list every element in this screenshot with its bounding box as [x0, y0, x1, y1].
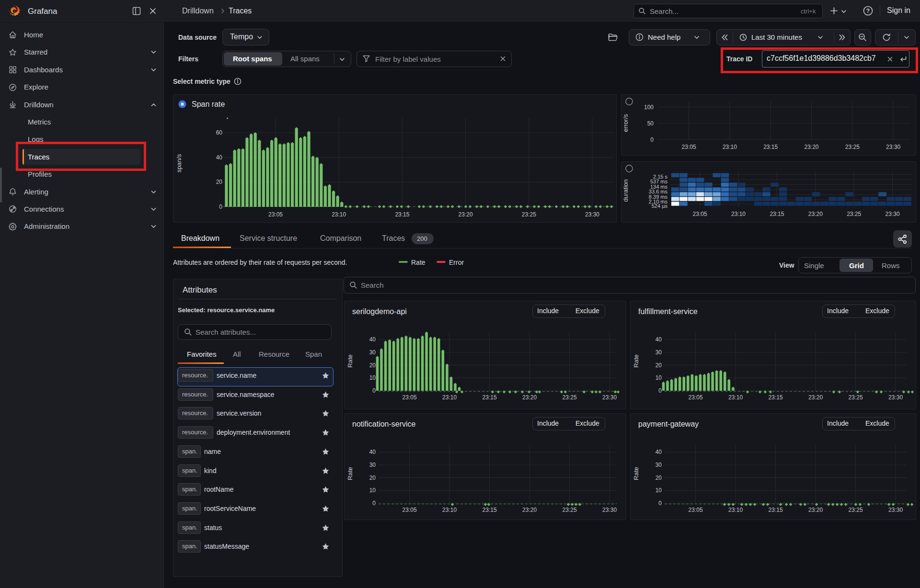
svg-text:?: ? [866, 8, 870, 14]
svg-text:23:05: 23:05 [402, 507, 417, 513]
svg-text:23:20: 23:20 [808, 507, 823, 513]
svg-text:23:30: 23:30 [602, 394, 617, 401]
svg-text:23:10: 23:10 [723, 144, 737, 150]
svg-text:40: 40 [369, 336, 376, 343]
svg-text:23:05: 23:05 [693, 211, 707, 217]
svg-text:23:10: 23:10 [728, 394, 743, 401]
svg-text:23:05: 23:05 [268, 211, 283, 218]
svg-text:23:30: 23:30 [886, 144, 900, 150]
svg-text:Rate: Rate [632, 467, 640, 480]
svg-text:0: 0 [372, 387, 376, 394]
svg-text:23:20: 23:20 [808, 394, 823, 401]
svg-text:10: 10 [656, 374, 662, 381]
svg-text:23:15: 23:15 [769, 394, 783, 401]
svg-text:23:15: 23:15 [483, 507, 497, 513]
svg-text:100: 100 [644, 104, 654, 111]
svg-text:30: 30 [369, 462, 376, 468]
svg-text:20: 20 [369, 362, 376, 369]
svg-text:20: 20 [216, 179, 223, 185]
svg-text:0: 0 [372, 500, 376, 507]
svg-text:Rate: Rate [632, 354, 640, 367]
svg-text:40: 40 [369, 449, 376, 455]
svg-text:23:25: 23:25 [563, 394, 577, 401]
svg-text:10: 10 [656, 487, 662, 494]
svg-text:23:15: 23:15 [763, 144, 778, 150]
svg-text:20: 20 [656, 475, 662, 481]
svg-text:23:20: 23:20 [522, 394, 537, 401]
svg-text:60: 60 [216, 129, 223, 136]
svg-text:23:30: 23:30 [888, 394, 903, 401]
svg-text:40: 40 [656, 449, 662, 455]
svg-text:20: 20 [369, 475, 376, 481]
svg-text:23:25: 23:25 [849, 507, 863, 513]
svg-text:30: 30 [656, 462, 662, 468]
svg-text:Rate: Rate [346, 467, 354, 480]
svg-text:span/s: span/s [175, 154, 183, 172]
svg-text:10: 10 [369, 374, 376, 381]
svg-text:23:25: 23:25 [847, 211, 861, 217]
svg-text:23:25: 23:25 [845, 144, 860, 150]
svg-text:23:20: 23:20 [522, 507, 537, 513]
svg-text:23:10: 23:10 [731, 211, 746, 217]
svg-text:0: 0 [658, 500, 662, 507]
svg-text:23:05: 23:05 [402, 394, 417, 401]
svg-text:duration: duration [622, 180, 629, 202]
svg-text:23:15: 23:15 [483, 394, 497, 401]
svg-text:23:05: 23:05 [682, 144, 696, 150]
svg-text:30: 30 [656, 349, 662, 356]
svg-text:23:10: 23:10 [332, 211, 346, 218]
svg-text:23:30: 23:30 [602, 507, 617, 513]
svg-text:23:15: 23:15 [769, 507, 783, 513]
svg-text:23:30: 23:30 [585, 211, 599, 218]
svg-text:50: 50 [647, 120, 654, 127]
svg-text:10: 10 [369, 487, 376, 494]
svg-text:40: 40 [216, 154, 223, 161]
svg-text:20: 20 [656, 362, 662, 369]
svg-text:23:20: 23:20 [808, 211, 823, 217]
svg-text:23:10: 23:10 [728, 507, 743, 513]
svg-text:0: 0 [658, 387, 662, 394]
svg-text:40: 40 [656, 336, 662, 343]
svg-text:23:10: 23:10 [442, 394, 457, 401]
svg-text:23:25: 23:25 [849, 394, 863, 401]
svg-text:23:30: 23:30 [886, 211, 900, 217]
svg-text:23:15: 23:15 [395, 211, 409, 218]
svg-text:23:30: 23:30 [888, 507, 903, 513]
svg-text:23:25: 23:25 [522, 211, 536, 218]
svg-text:error/s: error/s [622, 114, 629, 132]
svg-text:0: 0 [650, 136, 654, 143]
svg-text:Rate: Rate [346, 354, 354, 367]
svg-text:0: 0 [219, 204, 222, 210]
svg-text:23:25: 23:25 [563, 507, 577, 513]
svg-text:23:05: 23:05 [689, 394, 703, 401]
svg-text:23:20: 23:20 [459, 211, 473, 218]
svg-text:30: 30 [369, 349, 376, 356]
svg-text:524 µs: 524 µs [652, 203, 668, 209]
svg-text:23:05: 23:05 [689, 507, 703, 513]
svg-text:23:10: 23:10 [442, 507, 457, 513]
svg-text:23:20: 23:20 [804, 144, 818, 150]
svg-text:23:15: 23:15 [770, 211, 784, 217]
